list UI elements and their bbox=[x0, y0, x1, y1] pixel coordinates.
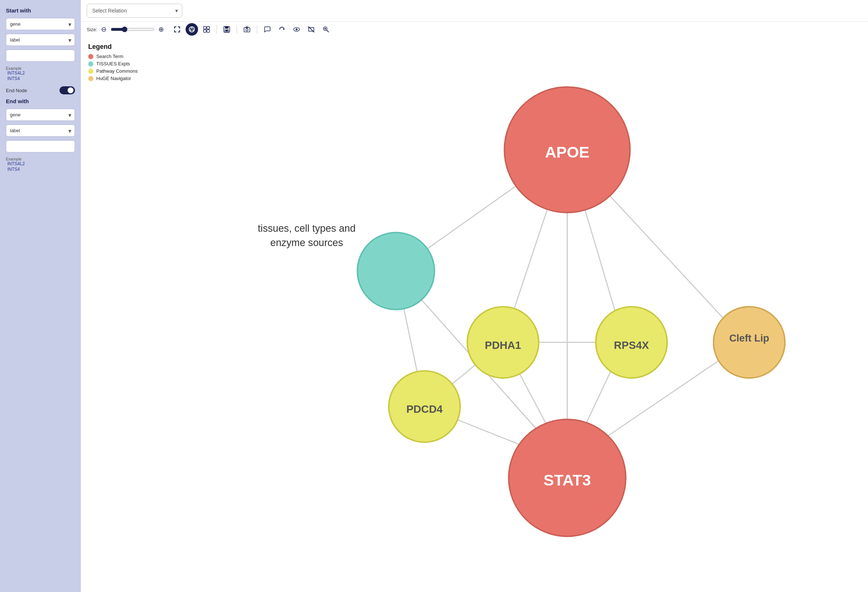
end-label-select[interactable]: labelidname bbox=[6, 125, 75, 137]
svg-rect-17 bbox=[204, 30, 206, 32]
end-input[interactable]: APOE bbox=[6, 140, 75, 152]
end-node-row: End Node bbox=[6, 86, 75, 94]
save-button[interactable] bbox=[220, 23, 233, 35]
start-input[interactable]: STAT3 bbox=[6, 50, 75, 62]
graph-annotation-2: enzyme sources bbox=[270, 237, 343, 248]
grid-button[interactable] bbox=[200, 23, 213, 35]
topbar: Select Relation ▾ bbox=[81, 0, 868, 22]
end-example-label: Example bbox=[6, 157, 75, 161]
svg-rect-23 bbox=[244, 28, 250, 32]
eye-button[interactable] bbox=[290, 23, 303, 35]
toolbar-size-control: Size: ⊖ ⊕ bbox=[87, 25, 166, 34]
eye-icon bbox=[293, 26, 300, 33]
toolbar: Size: ⊖ ⊕ bbox=[81, 23, 868, 35]
svg-rect-16 bbox=[207, 27, 210, 29]
grid-icon bbox=[203, 26, 210, 33]
toolbar-divider-2 bbox=[237, 25, 237, 34]
svg-rect-22 bbox=[226, 30, 228, 32]
size-label: Size: bbox=[87, 27, 97, 32]
layout-button[interactable] bbox=[186, 23, 198, 35]
node-label-RPS4X: RPS4X bbox=[614, 339, 650, 351]
end-node-toggle[interactable] bbox=[59, 86, 75, 94]
svg-rect-1 bbox=[174, 27, 175, 29]
node-label-PDHA1: PDHA1 bbox=[485, 339, 521, 351]
camera-icon bbox=[244, 26, 250, 33]
node-label-PDCD4: PDCD4 bbox=[406, 403, 443, 415]
screenshot-button[interactable] bbox=[241, 23, 253, 35]
graph-annotation: tissues, cell types and bbox=[258, 222, 356, 234]
end-label-wrapper: labelidname ▾ bbox=[6, 125, 75, 137]
node-tissues[interactable] bbox=[357, 233, 434, 309]
start-type-wrapper: genediseasecompound ▾ bbox=[6, 18, 75, 30]
sidebar: Start with genediseasecompound ▾ labelid… bbox=[0, 0, 81, 592]
start-example-link-2[interactable]: INTS4 bbox=[7, 76, 75, 81]
start-title: Start with bbox=[6, 7, 75, 13]
end-example-links: INTS4L2 INTS4 bbox=[6, 161, 75, 172]
relation-select-wrapper: Select Relation ▾ bbox=[87, 4, 182, 18]
layout-icon bbox=[189, 26, 195, 33]
node-label-cleft-lip: Cleft Lip bbox=[729, 332, 769, 344]
node-label-STAT3: STAT3 bbox=[543, 471, 591, 489]
end-node-label: End Node bbox=[6, 88, 27, 93]
graph-svg[interactable]: APOE STAT3 tissues, cell types and enzym… bbox=[81, 35, 868, 592]
end-example-link-2[interactable]: INTS4 bbox=[7, 167, 75, 172]
graph-area[interactable]: Legend Search Term TISSUES Expts Pathway… bbox=[81, 35, 868, 592]
svg-rect-15 bbox=[204, 27, 206, 29]
fit-screen-icon bbox=[174, 26, 180, 33]
comment-button[interactable] bbox=[261, 23, 273, 35]
svg-rect-5 bbox=[174, 30, 175, 32]
svg-point-24 bbox=[246, 29, 248, 31]
label-toggle-button[interactable] bbox=[305, 23, 317, 35]
svg-line-12 bbox=[192, 28, 194, 31]
end-example-link-1[interactable]: INTS4L2 bbox=[7, 161, 75, 166]
start-example-label: Example bbox=[6, 66, 75, 71]
start-type-select[interactable]: genediseasecompound bbox=[6, 18, 75, 30]
search-zoom-icon bbox=[323, 26, 329, 33]
node-label-APOE: APOE bbox=[545, 143, 589, 161]
zoom-in-button[interactable]: ⊕ bbox=[157, 25, 166, 34]
toolbar-divider-1 bbox=[217, 25, 217, 34]
end-title: End with bbox=[6, 98, 75, 104]
fit-screen-button[interactable] bbox=[171, 23, 183, 35]
zoom-search-button[interactable] bbox=[320, 23, 332, 35]
end-type-select[interactable]: genediseasecompound bbox=[6, 109, 75, 121]
start-example-link-1[interactable]: INTS4L2 bbox=[7, 71, 75, 76]
refresh-button[interactable] bbox=[276, 23, 288, 35]
graph-nodes[interactable]: APOE STAT3 tissues, cell types and enzym… bbox=[258, 87, 785, 536]
svg-rect-3 bbox=[179, 27, 180, 29]
label-icon bbox=[308, 26, 314, 33]
svg-line-13 bbox=[190, 28, 192, 31]
svg-rect-7 bbox=[179, 30, 180, 32]
end-type-wrapper: genediseasecompound ▾ bbox=[6, 109, 75, 121]
start-label-select[interactable]: labelidname bbox=[6, 34, 75, 46]
size-slider[interactable] bbox=[111, 27, 155, 32]
main-content: Select Relation ▾ Size: ⊖ ⊕ bbox=[81, 0, 868, 592]
start-label-wrapper: labelidname ▾ bbox=[6, 34, 75, 46]
svg-line-30 bbox=[327, 30, 329, 32]
relation-select[interactable]: Select Relation bbox=[87, 4, 182, 18]
start-example-links: INTS4L2 INTS4 bbox=[6, 71, 75, 81]
svg-point-27 bbox=[295, 29, 297, 31]
svg-rect-18 bbox=[207, 30, 210, 32]
toolbar-divider-3 bbox=[257, 25, 257, 34]
comment-icon bbox=[264, 26, 270, 33]
zoom-out-button[interactable]: ⊖ bbox=[100, 25, 108, 34]
save-icon bbox=[223, 26, 230, 33]
svg-rect-20 bbox=[225, 27, 229, 29]
refresh-icon bbox=[279, 26, 285, 33]
